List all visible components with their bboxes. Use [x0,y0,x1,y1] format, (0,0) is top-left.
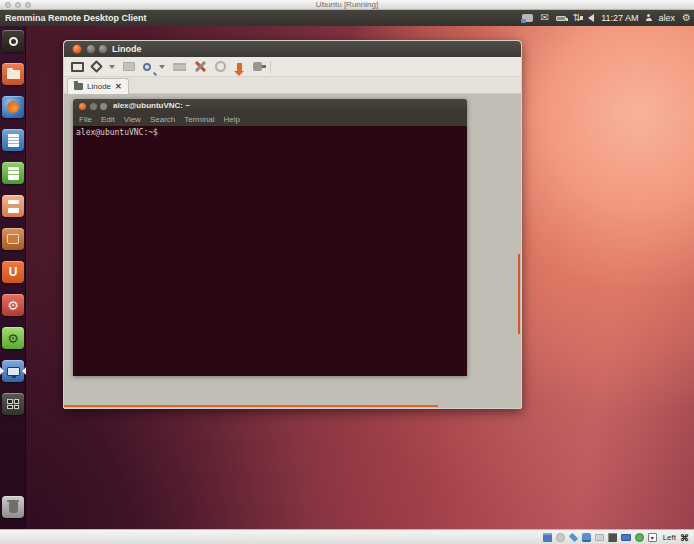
launcher-item-libreoffice-calc[interactable] [2,162,24,184]
maximize-button[interactable] [98,44,108,54]
launcher-item-software-center[interactable] [2,228,24,250]
settings-gear-icon: ⚙ [7,298,19,313]
usb-icon[interactable] [582,533,591,542]
folder-icon [7,70,20,79]
trash-icon [9,502,18,513]
terminal-close-button[interactable] [79,103,86,110]
tab-label: Linode [87,82,111,91]
shared-folders-icon[interactable] [595,534,604,541]
minimize-window-button[interactable] [15,2,21,8]
remote-artifact-right-segment [518,254,520,334]
tab-linode[interactable]: Linode ✕ [67,78,129,94]
screenshot-icon [123,62,135,71]
host-key-label: Left [663,533,676,542]
terminal-minimize-button[interactable] [90,103,97,110]
session-gear-icon[interactable]: ⚙ [682,10,691,26]
launcher-item-software-updater[interactable]: ⚙ [2,327,24,349]
menu-terminal[interactable]: Terminal [184,115,214,124]
features-icon[interactable] [635,533,644,542]
tab-close-icon[interactable]: ✕ [115,82,122,91]
zoom-window-button[interactable] [25,2,31,8]
cdrom-icon[interactable] [556,533,565,542]
launcher-item-dash-home[interactable] [2,30,24,52]
launcher-item-libreoffice-impress[interactable] [2,195,24,217]
calc-spreadsheet-icon [8,167,19,180]
remmina-monitor-icon [7,367,20,376]
menu-file[interactable]: File [79,115,92,124]
vbox-statusbar: ▾ Left ⌘ [0,529,694,544]
host-window-titlebar[interactable]: Ubuntu [Running] [0,0,694,10]
launcher-item-trash[interactable] [2,496,24,518]
ubuntu-logo-icon [9,37,18,46]
menu-edit[interactable]: Edit [101,115,115,124]
resize-window-icon[interactable] [90,60,103,73]
impress-presentation-icon [8,200,19,213]
volume-icon[interactable] [588,14,594,22]
zoom-dropdown-icon[interactable] [159,65,165,69]
remmina-toolbar [64,57,521,77]
vnc-viewport[interactable]: alex@ubuntuVNC: ~ File Edit View Search … [64,94,521,408]
resize-dropdown-icon[interactable] [109,65,115,69]
menu-help[interactable]: Help [223,115,239,124]
unity-launcher: U ⚙ ⚙ [0,26,26,529]
close-button[interactable] [72,44,82,54]
input-method-icon[interactable] [522,14,533,22]
tools-icon[interactable] [194,60,207,73]
minimize-button[interactable] [86,44,96,54]
remote-artifact-hline [64,405,438,407]
launcher-item-libreoffice-writer[interactable] [2,129,24,151]
connection-folder-icon [74,83,83,90]
zoom-icon[interactable] [143,63,151,71]
terminal-maximize-button[interactable] [100,103,107,110]
ubuntu-one-letter: U [9,265,18,279]
launcher-item-workspace-switcher[interactable] [2,393,24,415]
indicator-area: ✉ ⇅ 11:27 AM alex ⚙ [522,10,691,26]
terminal-body[interactable]: alex@ubuntuVNC:~$ [73,126,467,376]
vm-window-title: Ubuntu [Running] [0,0,694,10]
mouse-integration-icon[interactable]: ▾ [648,533,657,542]
launcher-item-remmina[interactable] [2,360,24,382]
user-icon[interactable] [646,15,652,21]
writer-document-icon [8,134,19,147]
remmina-window-title: Linode [112,41,142,57]
focused-app-title: Remmina Remote Desktop Client [5,10,147,26]
terminal-titlebar[interactable]: alex@ubuntuVNC: ~ [73,99,467,113]
terminal-menubar: File Edit View Search Terminal Help [73,113,467,126]
settings-icon [215,61,226,72]
remmina-titlebar[interactable]: Linode [64,41,521,57]
ubuntu-menubar: Remmina Remote Desktop Client ✉ ⇅ 11:27 … [0,10,694,26]
disconnect-icon[interactable] [237,63,242,71]
mail-icon[interactable]: ✉ [540,10,548,26]
menu-view[interactable]: View [124,115,141,124]
launcher-item-ubuntu-one[interactable]: U [2,261,24,283]
launcher-item-firefox[interactable] [2,96,24,118]
remmina-tabbar: Linode ✕ [64,77,521,94]
audio-icon[interactable] [569,533,578,542]
hdd-icon[interactable] [543,533,552,542]
plug-icon[interactable] [253,62,262,71]
shopping-bag-icon [7,234,19,244]
traffic-lights [5,2,31,8]
battery-icon[interactable] [556,16,566,21]
active-app-arrow-left [0,367,4,375]
clock[interactable]: 11:27 AM [601,13,638,23]
remote-terminal-window: alex@ubuntuVNC: ~ File Edit View Search … [73,99,467,376]
vbox-statusbar-icons: ▾ Left ⌘ [543,530,689,544]
display-icon[interactable] [621,534,631,541]
close-window-button[interactable] [5,2,11,8]
fullscreen-icon[interactable] [71,62,84,72]
active-app-arrow-right [22,367,26,375]
toolbar-separator [270,61,271,73]
network-icon[interactable] [608,533,617,542]
username-label[interactable]: alex [659,13,676,23]
launcher-item-files[interactable] [2,63,24,85]
terminal-title: alex@ubuntuVNC: ~ [113,99,190,113]
updater-gear-icon: ⚙ [7,331,19,346]
host-key-symbol: ⌘ [680,533,689,543]
shell-prompt: alex@ubuntuVNC:~$ [76,128,158,137]
workspace-grid-icon [7,399,19,409]
menu-search[interactable]: Search [150,115,175,124]
remmina-window: Linode Linode ✕ alex@ubun [63,40,522,409]
launcher-item-system-settings[interactable]: ⚙ [2,294,24,316]
firefox-icon [7,101,19,113]
